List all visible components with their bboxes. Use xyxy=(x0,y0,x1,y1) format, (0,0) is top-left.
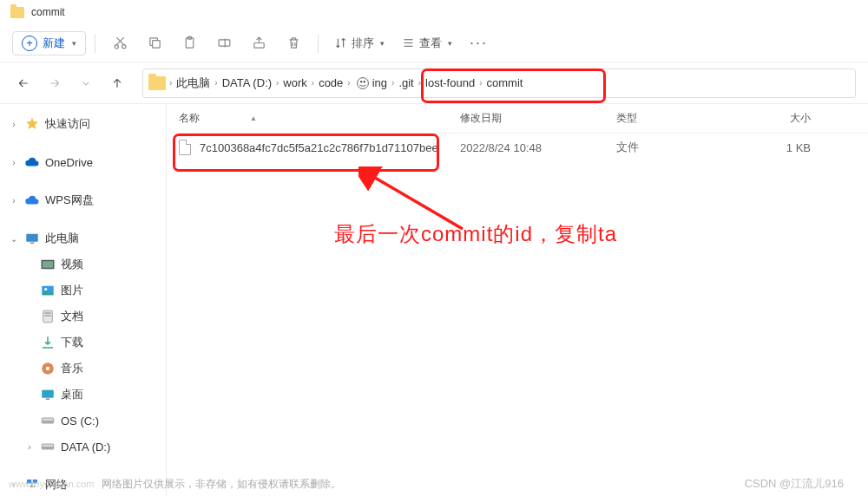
breadcrumb[interactable]: › 此电脑 › DATA (D:) › work › code › ing › … xyxy=(142,69,856,98)
sidebar-label: DATA (D:) xyxy=(61,441,110,454)
chevron-right-icon: › xyxy=(214,78,217,88)
svg-rect-26 xyxy=(42,447,54,449)
svg-rect-13 xyxy=(43,261,53,268)
svg-rect-16 xyxy=(43,310,53,323)
svg-rect-22 xyxy=(46,399,50,401)
sidebar-item-downloads[interactable]: ›下载 xyxy=(0,330,166,356)
desktop-icon xyxy=(40,388,56,401)
svg-rect-5 xyxy=(219,40,230,46)
disk-icon xyxy=(40,440,56,454)
bc-commit[interactable]: commit xyxy=(486,75,524,91)
sidebar-item-osc[interactable]: ›OS (C:) xyxy=(0,408,166,434)
folder-icon xyxy=(10,7,24,18)
header-size[interactable]: 大小 xyxy=(726,111,821,126)
chevron-right-icon: › xyxy=(9,158,19,167)
separator xyxy=(318,34,319,53)
bc-data[interactable]: DATA (D:) xyxy=(221,75,273,91)
sidebar-item-desktop[interactable]: ›桌面 xyxy=(0,382,166,408)
paste-button[interactable] xyxy=(174,29,205,57)
sidebar-label: OneDrive xyxy=(45,156,93,169)
sidebar-item-documents[interactable]: ›文档 xyxy=(0,303,166,330)
copy-button[interactable] xyxy=(139,29,170,57)
svg-point-9 xyxy=(363,80,365,82)
svg-rect-6 xyxy=(253,43,263,49)
chevron-right-icon: › xyxy=(479,78,482,88)
bc-code[interactable]: code xyxy=(318,75,344,91)
chevron-down-icon: ▾ xyxy=(72,39,76,48)
svg-point-1 xyxy=(122,45,125,49)
chevron-right-icon: › xyxy=(312,78,314,88)
sidebar-item-music[interactable]: ›音乐 xyxy=(0,356,166,382)
chevron-right-icon: › xyxy=(9,120,19,129)
view-label: 查看 xyxy=(419,36,442,51)
plus-icon: + xyxy=(22,36,37,51)
new-label: 新建 xyxy=(43,36,65,51)
sidebar-item-pc[interactable]: ⌄此电脑 xyxy=(0,225,166,251)
music-icon xyxy=(40,362,56,375)
sidebar-label: 音乐 xyxy=(61,361,83,376)
bc-pc[interactable]: 此电脑 xyxy=(175,74,211,93)
watermark-right: CSDN @江流儿916 xyxy=(745,476,844,492)
sidebar-item-onedrive[interactable]: ›OneDrive xyxy=(0,149,166,175)
bc-work[interactable]: work xyxy=(282,75,307,91)
svg-rect-24 xyxy=(42,421,54,423)
watermark-left: www.toymoban.com xyxy=(9,479,94,489)
sort-button[interactable]: 排序 ▾ xyxy=(327,32,391,55)
separator xyxy=(95,34,95,53)
sidebar: ›快速访问 ›OneDrive ›WPS网盘 ⌄此电脑 ›视频 ›图片 ›文档 … xyxy=(0,104,167,496)
star-icon xyxy=(24,117,40,131)
sidebar-item-wps[interactable]: ›WPS网盘 xyxy=(0,187,166,213)
sidebar-label: 视频 xyxy=(61,257,83,272)
file-icon xyxy=(179,140,191,155)
recent-button[interactable] xyxy=(75,72,97,95)
sidebar-label: 下载 xyxy=(61,335,83,350)
sidebar-item-video[interactable]: ›视频 xyxy=(0,251,166,277)
new-button[interactable]: + 新建 ▾ xyxy=(12,31,86,55)
header-type[interactable]: 类型 xyxy=(604,111,726,126)
git-icon xyxy=(352,74,373,93)
monitor-icon xyxy=(24,232,40,245)
file-type: 文件 xyxy=(604,140,726,155)
sidebar-item-quick[interactable]: ›快速访问 xyxy=(0,111,166,137)
disk-icon xyxy=(40,414,56,427)
view-button[interactable]: 查看 ▾ xyxy=(395,32,459,55)
sidebar-item-data[interactable]: ›DATA (D:) xyxy=(0,434,166,460)
chevron-right-icon: › xyxy=(347,78,350,88)
svg-rect-2 xyxy=(152,41,160,49)
file-size: 1 KB xyxy=(726,141,821,154)
up-button[interactable] xyxy=(106,72,128,95)
sidebar-item-pictures[interactable]: ›图片 xyxy=(0,277,166,303)
delete-button[interactable] xyxy=(278,29,309,57)
rename-button[interactable] xyxy=(208,29,240,57)
more-button[interactable]: ··· xyxy=(463,34,495,52)
file-name: 7c100368a4fc7dc5f5a21c2c786f7b1d71107bee xyxy=(200,141,438,154)
cloud-icon xyxy=(24,193,40,207)
cloud-icon xyxy=(24,155,40,169)
back-button[interactable] xyxy=(12,72,35,95)
svg-rect-21 xyxy=(42,390,54,398)
sidebar-label: OS (C:) xyxy=(61,414,99,427)
file-row[interactable]: 7c100368a4fc7dc5f5a21c2c786f7b1d71107bee… xyxy=(167,134,868,161)
svg-point-15 xyxy=(44,288,47,290)
file-date: 2022/8/24 10:48 xyxy=(448,141,604,154)
download-icon xyxy=(40,336,56,349)
bc-git[interactable]: .git xyxy=(398,75,414,91)
bc-ing[interactable]: ing xyxy=(372,75,388,91)
chevron-right-icon: › xyxy=(9,196,19,206)
bc-lost[interactable]: lost-found xyxy=(424,75,476,91)
header-date[interactable]: 修改日期 xyxy=(448,111,604,126)
document-icon xyxy=(40,310,56,323)
svg-point-8 xyxy=(360,80,362,82)
chevron-right-icon: › xyxy=(391,78,394,88)
header-name[interactable]: 名称▲ xyxy=(167,111,448,126)
watermark-mid: 网络图片仅供展示，非存储，如有侵权请联系删除。 xyxy=(102,477,341,492)
sidebar-label: 图片 xyxy=(61,283,83,298)
nav-row: › 此电脑 › DATA (D:) › work › code › ing › … xyxy=(0,62,868,104)
sidebar-label: WPS网盘 xyxy=(45,193,94,208)
titlebar: commit xyxy=(0,0,868,24)
svg-point-0 xyxy=(115,45,118,49)
chevron-down-icon: ▾ xyxy=(380,39,385,48)
share-button[interactable] xyxy=(243,29,274,57)
cut-button[interactable] xyxy=(104,29,135,57)
forward-button[interactable] xyxy=(43,72,66,95)
